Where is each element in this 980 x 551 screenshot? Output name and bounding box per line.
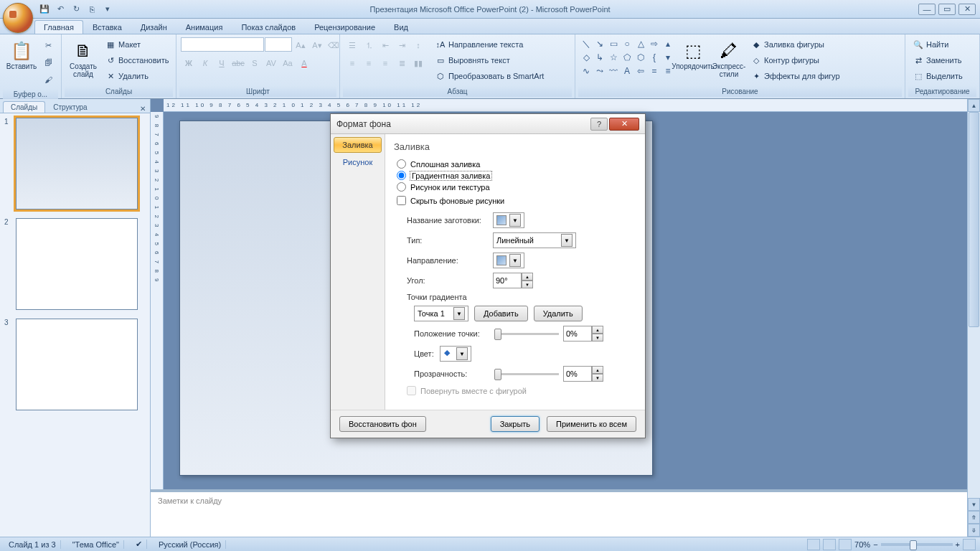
fit-window-icon[interactable] xyxy=(963,539,976,550)
shrink-font-icon[interactable]: A▾ xyxy=(309,37,325,53)
shape-effects-button[interactable]: ✦Эффекты для фигур xyxy=(748,69,843,83)
text-direction-button[interactable]: ↕AНаправление текста xyxy=(432,37,547,52)
zoom-slider[interactable] xyxy=(881,543,953,546)
save-icon[interactable]: 💾 xyxy=(39,4,50,15)
checkbox-hide-bg[interactable]: Скрыть фоновые рисунки xyxy=(397,196,636,205)
shape-arrow-right-icon[interactable]: ⇨ xyxy=(648,37,661,50)
tab-design[interactable]: Дизайн xyxy=(131,20,176,34)
office-button[interactable] xyxy=(3,3,33,33)
spin-down-icon[interactable]: ▼ xyxy=(592,374,603,382)
angle-input[interactable] xyxy=(493,273,522,288)
shadow-icon[interactable]: S xyxy=(247,55,263,71)
grow-font-icon[interactable]: A▴ xyxy=(293,37,308,53)
spin-down-icon[interactable]: ▼ xyxy=(592,334,603,342)
stop-combo[interactable]: Точка 1▼ xyxy=(414,306,468,321)
view-sorter-icon[interactable] xyxy=(823,539,836,550)
shape-arrow2-icon[interactable]: ⇦ xyxy=(634,65,647,77)
layout-button[interactable]: ▦Макет xyxy=(102,37,171,52)
shape-rect-icon[interactable]: ▭ xyxy=(607,37,620,50)
spin-up-icon[interactable]: ▲ xyxy=(592,326,603,334)
shape-curve-icon[interactable]: ∿ xyxy=(580,65,593,77)
chevron-down-icon[interactable]: ▼ xyxy=(509,214,521,227)
new-slide-button[interactable]: 🗎 Создать слайд xyxy=(66,37,100,80)
replace-button[interactable]: ⇄Заменить xyxy=(910,53,966,67)
status-spellcheck-icon[interactable]: ✔ xyxy=(131,540,147,549)
position-spinner[interactable]: ▲▼ xyxy=(563,326,603,342)
thumbs-tab-outline[interactable]: Структура xyxy=(45,101,95,113)
chevron-down-icon[interactable]: ▼ xyxy=(561,234,573,247)
tab-animation[interactable]: Анимация xyxy=(176,20,232,34)
shape-arrow-icon[interactable]: ↘ xyxy=(593,37,606,50)
prev-slide-icon[interactable]: ⤊ xyxy=(968,511,980,524)
delete-slide-button[interactable]: ✕Удалить xyxy=(102,69,171,83)
thumbs-close-icon[interactable]: ✕ xyxy=(140,105,146,113)
align-right-icon[interactable]: ≡ xyxy=(377,55,393,71)
shape-scribble-icon[interactable]: 〰 xyxy=(607,65,620,77)
type-combo[interactable]: Линейный▼ xyxy=(493,232,576,248)
shape-freeform-icon[interactable]: ⤳ xyxy=(593,65,606,77)
position-input[interactable] xyxy=(563,326,592,342)
underline-icon[interactable]: Ч xyxy=(214,55,230,71)
smartart-button[interactable]: ⬡Преобразовать в SmartArt xyxy=(432,69,547,83)
add-stop-button[interactable]: Добавить xyxy=(474,306,528,321)
line-spacing-icon[interactable]: ↕ xyxy=(410,37,426,53)
shape-connector-icon[interactable]: ↳ xyxy=(593,51,606,64)
copy-icon[interactable]: 🗐 xyxy=(40,55,56,70)
indent-dec-icon[interactable]: ⇤ xyxy=(377,37,393,53)
shape-triangle-icon[interactable]: △ xyxy=(634,37,647,50)
chevron-down-icon[interactable]: ▼ xyxy=(509,254,521,267)
reset-background-button[interactable]: Восстановить фон xyxy=(339,416,426,432)
clear-format-icon[interactable]: ⌫ xyxy=(326,37,341,53)
char-spacing-icon[interactable]: AV xyxy=(263,55,279,71)
shape-hexagon-icon[interactable]: ⬡ xyxy=(634,51,647,64)
transparency-spinner[interactable]: ▲▼ xyxy=(563,366,603,382)
notes-pane[interactable]: Заметки к слайду xyxy=(151,489,967,537)
remove-stop-button[interactable]: Удалить xyxy=(534,306,583,321)
close-button[interactable]: ✕ xyxy=(958,4,976,15)
italic-icon[interactable]: К xyxy=(197,55,213,71)
shape-textbox-icon[interactable]: A xyxy=(621,65,633,77)
align-text-button[interactable]: ▭Выровнять текст xyxy=(432,53,547,67)
next-slide-icon[interactable]: ⤋ xyxy=(968,524,980,537)
qat-dropdown-icon[interactable]: ▾ xyxy=(102,4,113,15)
numbering-icon[interactable]: ⒈ xyxy=(361,37,377,53)
scroll-thumb[interactable] xyxy=(969,112,979,327)
find-button[interactable]: 🔍Найти xyxy=(910,37,966,52)
close-dialog-button[interactable]: Закрыть xyxy=(491,416,540,432)
radio-gradient-fill[interactable]: Градиентная заливка xyxy=(397,171,636,180)
zoom-percent[interactable]: 70% xyxy=(854,540,870,549)
shape-brace-icon[interactable]: { xyxy=(648,51,661,64)
angle-spinner[interactable]: ▲▼ xyxy=(493,273,533,288)
position-slider[interactable] xyxy=(494,333,559,335)
format-painter-icon[interactable]: 🖌 xyxy=(40,72,56,88)
radio-solid-fill[interactable]: Сплошная заливка xyxy=(397,159,636,169)
direction-combo[interactable]: ▼ xyxy=(493,253,524,268)
shape-fill-button[interactable]: ◆Заливка фигуры xyxy=(748,37,843,52)
shapes-gallery[interactable]: ＼ ↘ ▭ ○ △ ⇨ ▴ ◇ ↳ ☆ ⬠ ⬡ { ▾ ∿ ⤳ 〰 A ⇦ = xyxy=(580,37,674,77)
align-center-icon[interactable]: ≡ xyxy=(361,55,377,71)
preset-combo[interactable]: ▼ xyxy=(493,212,524,228)
thumbnail-2[interactable]: 2 xyxy=(4,218,146,310)
justify-icon[interactable]: ≣ xyxy=(394,55,410,71)
shape-callout-icon[interactable]: ⬠ xyxy=(621,51,633,64)
dialog-help-button[interactable]: ? xyxy=(590,118,608,131)
tab-review[interactable]: Рецензирование xyxy=(305,20,385,34)
shape-outline-button[interactable]: ◇Контур фигуры xyxy=(748,53,843,67)
transparency-input[interactable] xyxy=(563,366,592,382)
spin-down-icon[interactable]: ▼ xyxy=(522,281,533,288)
bullets-icon[interactable]: ☰ xyxy=(344,37,360,53)
view-normal-icon[interactable] xyxy=(807,539,820,550)
cut-icon[interactable]: ✂ xyxy=(40,37,56,53)
shape-diamond-icon[interactable]: ◇ xyxy=(580,51,593,64)
vertical-scrollbar[interactable]: ▲ ▼ ⤊ ⤋ xyxy=(967,99,980,537)
radio-picture-fill[interactable]: Рисунок или текстура xyxy=(397,182,636,192)
reset-button[interactable]: ↺Восстановить xyxy=(102,53,171,67)
arrange-button[interactable]: ⬚ Упорядочить xyxy=(676,37,710,72)
change-case-icon[interactable]: Aa xyxy=(280,55,296,71)
thumbnail-1[interactable]: 1 xyxy=(4,118,146,209)
shape-line-icon[interactable]: ＼ xyxy=(580,37,593,50)
tab-slideshow[interactable]: Показ слайдов xyxy=(232,20,305,34)
tab-view[interactable]: Вид xyxy=(385,20,418,34)
color-combo[interactable]: ▼ xyxy=(440,346,471,362)
shape-oval-icon[interactable]: ○ xyxy=(621,37,633,50)
